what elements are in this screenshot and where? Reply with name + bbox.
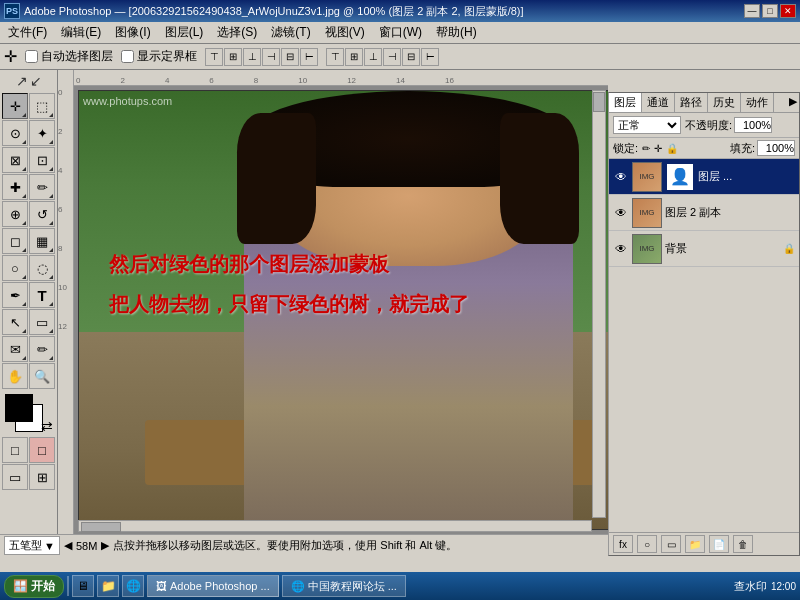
dist-hcenter-icon[interactable]: ⊟ — [402, 48, 420, 66]
tab-channels[interactable]: 通道 — [642, 93, 675, 112]
layer-item-2[interactable]: 👁 IMG 图层 2 副本 — [609, 195, 799, 231]
input-method-chevron[interactable]: ▼ — [44, 540, 55, 552]
new-fill-button[interactable]: ▭ — [661, 535, 681, 553]
new-layer-button[interactable]: 📄 — [709, 535, 729, 553]
lock-pixels-icon[interactable]: ✏ — [642, 143, 650, 154]
menu-help[interactable]: 帮助(H) — [430, 22, 483, 43]
tab-actions[interactable]: 动作 — [741, 93, 774, 112]
dist-vcenter-icon[interactable]: ⊞ — [345, 48, 363, 66]
dist-left-icon[interactable]: ⊣ — [383, 48, 401, 66]
heal-tool[interactable]: ✚ — [2, 174, 28, 200]
lasso-tool[interactable]: ⊙ — [2, 120, 28, 146]
tool-group-heal: ✚ ✏ — [2, 174, 55, 200]
add-style-button[interactable]: fx — [613, 535, 633, 553]
eyedropper-tool[interactable]: ✏ — [29, 336, 55, 362]
tab-history[interactable]: 历史 — [708, 93, 741, 112]
lock-all-icon[interactable]: 🔒 — [666, 143, 678, 154]
quick-mask-mode[interactable]: □ — [29, 437, 55, 463]
eraser-tool[interactable]: ◻ — [2, 228, 28, 254]
close-button[interactable]: ✕ — [780, 4, 796, 18]
auto-select-layer[interactable]: 自动选择图层 — [25, 48, 113, 65]
vertical-scrollbar[interactable] — [592, 90, 606, 518]
tab-paths[interactable]: 路径 — [675, 93, 708, 112]
taskbar-photoshop[interactable]: 🖼 Adobe Photoshop ... — [147, 575, 279, 597]
foreground-color[interactable] — [5, 394, 33, 422]
layer-eye-2[interactable]: 👁 — [613, 205, 629, 221]
gradient-tool[interactable]: ▦ — [29, 228, 55, 254]
ruler-v-marks: 024681012 — [58, 86, 73, 331]
menu-view[interactable]: 视图(V) — [319, 22, 371, 43]
hand-tool[interactable]: ✋ — [2, 363, 28, 389]
menu-select[interactable]: 选择(S) — [211, 22, 263, 43]
scrollbar-thumb-v[interactable] — [593, 92, 605, 112]
fullscreen[interactable]: ⊞ — [29, 464, 55, 490]
start-icon: 🪟 — [13, 579, 28, 593]
delete-layer-button[interactable]: 🗑 — [733, 535, 753, 553]
opacity-input[interactable] — [734, 117, 772, 133]
tab-layers[interactable]: 图层 — [609, 93, 642, 112]
standard-mode[interactable]: □ — [2, 437, 28, 463]
scrollbar-thumb-h[interactable] — [81, 522, 121, 532]
lock-position-icon[interactable]: ✛ — [654, 143, 662, 154]
magic-wand-tool[interactable]: ✦ — [29, 120, 55, 146]
notes-tool[interactable]: ✉ — [2, 336, 28, 362]
show-transform-checkbox[interactable] — [121, 50, 134, 63]
path-select-tool[interactable]: ↖ — [2, 309, 28, 335]
auto-select-checkbox[interactable] — [25, 50, 38, 63]
taskbar-forum[interactable]: 🌐 中国教程网论坛 ... — [282, 575, 406, 597]
layer-item-1[interactable]: 👁 IMG 👤 图层 ... — [609, 159, 799, 195]
input-method-selector[interactable]: 五笔型 ▼ — [4, 536, 60, 555]
align-top-icon[interactable]: ⊤ — [205, 48, 223, 66]
menu-window[interactable]: 窗口(W) — [373, 22, 428, 43]
align-hcenter-icon[interactable]: ⊟ — [281, 48, 299, 66]
move-tool[interactable]: ✛ — [2, 93, 28, 119]
align-vcenter-icon[interactable]: ⊞ — [224, 48, 242, 66]
color-picker[interactable]: ⇄ — [3, 392, 55, 434]
marquee-tool[interactable]: ⬚ — [29, 93, 55, 119]
taskbar-ie-icon[interactable]: 🌐 — [122, 575, 144, 597]
zoom-tool[interactable]: 🔍 — [29, 363, 55, 389]
dist-right-icon[interactable]: ⊢ — [421, 48, 439, 66]
taskbar-explorer-icon[interactable]: 📁 — [97, 575, 119, 597]
dist-top-icon[interactable]: ⊤ — [326, 48, 344, 66]
menu-edit[interactable]: 编辑(E) — [55, 22, 107, 43]
menu-image[interactable]: 图像(I) — [109, 22, 156, 43]
layer-item-bg[interactable]: 👁 IMG 背景 🔒 — [609, 231, 799, 267]
maximize-button[interactable]: □ — [762, 4, 778, 18]
align-left-icon[interactable]: ⊣ — [262, 48, 280, 66]
arrow-right-icon[interactable]: ▶ — [101, 539, 109, 552]
start-button[interactable]: 🪟 开始 — [4, 575, 64, 598]
menu-layer[interactable]: 图层(L) — [159, 22, 210, 43]
swap-colors-icon[interactable]: ⇄ — [41, 418, 53, 434]
arrow-left-icon[interactable]: ◀ — [64, 539, 72, 552]
smudge-tool[interactable]: ◌ — [29, 255, 55, 281]
add-mask-button[interactable]: ○ — [637, 535, 657, 553]
slice-tool[interactable]: ⊡ — [29, 147, 55, 173]
standard-screen[interactable]: ▭ — [2, 464, 28, 490]
blend-mode-select[interactable]: 正常 — [613, 116, 681, 134]
layer-eye-1[interactable]: 👁 — [613, 169, 629, 185]
menu-file[interactable]: 文件(F) — [2, 22, 53, 43]
new-group-button[interactable]: 📁 — [685, 535, 705, 553]
align-bottom-icon[interactable]: ⊥ — [243, 48, 261, 66]
type-tool[interactable]: T — [29, 282, 55, 308]
pen-tool[interactable]: ✒ — [2, 282, 28, 308]
brush-tool[interactable]: ✏ — [29, 174, 55, 200]
crop-tool[interactable]: ⊠ — [2, 147, 28, 173]
show-transform-controls[interactable]: 显示定界框 — [121, 48, 197, 65]
minimize-button[interactable]: — — [744, 4, 760, 18]
clone-tool[interactable]: ⊕ — [2, 201, 28, 227]
align-right-icon[interactable]: ⊢ — [300, 48, 318, 66]
fill-input[interactable] — [757, 140, 795, 156]
menu-filter[interactable]: 滤镜(T) — [265, 22, 316, 43]
dist-bottom-icon[interactable]: ⊥ — [364, 48, 382, 66]
history-brush-tool[interactable]: ↺ — [29, 201, 55, 227]
canvas-content[interactable]: 然后对绿色的那个图层添加蒙板 把人物去物，只留下绿色的树，就完成了 www.ph… — [74, 86, 608, 534]
dodge-tool[interactable]: ○ — [2, 255, 28, 281]
taskbar-ps-label: Adobe Photoshop ... — [170, 580, 270, 592]
taskbar-desktop-icon[interactable]: 🖥 — [72, 575, 94, 597]
panel-menu-icon[interactable]: ▶ — [787, 93, 799, 112]
layer-eye-bg[interactable]: 👁 — [613, 241, 629, 257]
horizontal-scrollbar[interactable] — [78, 520, 592, 532]
shape-tool[interactable]: ▭ — [29, 309, 55, 335]
